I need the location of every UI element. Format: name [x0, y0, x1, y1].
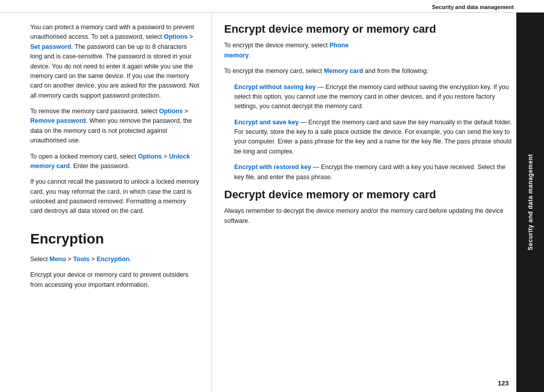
encrypt-device-heading: Encrypt device memory or memory card [224, 23, 514, 36]
tools-link[interactable]: Tools [73, 256, 89, 263]
encrypt-with-restored-para: Encrypt with restored key — Encrypt the … [234, 163, 514, 182]
page-container: Security and data management You can pro… [0, 0, 544, 392]
memory-card-para: To encrypt the memory card, select Memor… [224, 66, 514, 76]
encryption-desc-para: Encrypt your device or memory card to pr… [30, 270, 199, 290]
encrypt-with-restored-link[interactable]: Encrypt with restored key [234, 164, 311, 171]
options-link-1[interactable]: Options [164, 33, 187, 40]
encrypt-and-save-para: Encrypt and save key — Encrypt the memor… [234, 118, 514, 157]
header-title: Security and data management [432, 4, 514, 10]
options-link-3[interactable]: Options [138, 153, 162, 160]
phone-memory-para: To encrypt the device memory, select Pho… [224, 41, 514, 60]
encrypt-options-section: Encrypt without saving key — Encrypt the… [224, 83, 514, 182]
remove-password-link[interactable]: Remove password [30, 117, 86, 124]
options-link-2[interactable]: Options [159, 108, 183, 115]
memory-card-link[interactable]: Memory card [324, 67, 363, 74]
set-password-link[interactable]: Set password [30, 43, 71, 50]
menu-link[interactable]: Menu [49, 256, 66, 263]
vertical-label-text: Security and data management [527, 154, 534, 250]
reformat-para: If you cannot recall the password to unl… [30, 177, 199, 216]
unlock-para: To open a locked memory card, select Opt… [30, 152, 199, 172]
encryption-select-para: Select Menu > Tools > Encryption. [30, 255, 199, 264]
remove-password-para: To remove the memory card password, sele… [30, 107, 199, 146]
page-header: Security and data management [0, 0, 544, 13]
encrypt-without-saving-para: Encrypt without saving key — Encrypt the… [234, 83, 514, 112]
encrypt-and-save-link[interactable]: Encrypt and save key [234, 119, 299, 126]
left-column: You can protect a memory card with a pas… [0, 13, 212, 392]
decrypt-para: Always remember to decrypt the device me… [224, 206, 514, 226]
encrypt-without-saving-link[interactable]: Encrypt without saving key [234, 84, 316, 91]
vertical-label-bar: Security and data management [516, 13, 544, 392]
encryption-link[interactable]: Encryption [97, 256, 129, 263]
page-number: 123 [498, 379, 509, 387]
memory-card-password-para: You can protect a memory card with a pas… [30, 23, 199, 101]
right-column: Encrypt device memory or memory card To … [212, 13, 544, 392]
encryption-heading: Encryption [30, 228, 199, 250]
content-area: You can protect a memory card with a pas… [0, 13, 544, 392]
decrypt-device-heading: Decrypt device memory or memory card [224, 188, 514, 201]
